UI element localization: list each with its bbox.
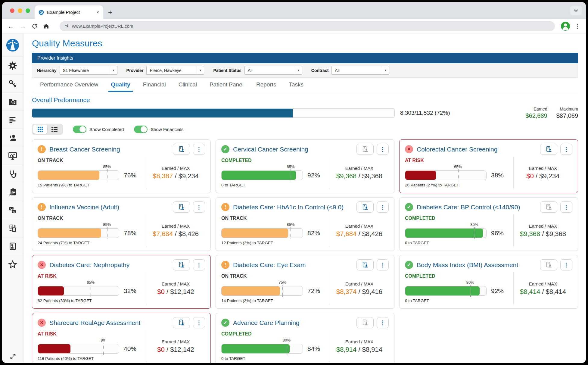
browser-toolbar: ← → www.ExampleProjectURL.com ⋮ xyxy=(2,19,586,33)
profile-avatar[interactable] xyxy=(561,22,570,31)
tab-quality[interactable]: Quality xyxy=(108,78,132,92)
sidebar-item-reports-list[interactable] xyxy=(2,111,23,129)
patient-list-button[interactable] xyxy=(540,144,557,155)
home-icon[interactable] xyxy=(43,23,49,29)
overall-performance-title: Overall Preformance xyxy=(32,96,578,104)
patient-list-icon xyxy=(362,204,369,211)
patient-list-button[interactable] xyxy=(173,259,190,270)
sidebar-item-clinical[interactable] xyxy=(2,165,23,183)
patient-list-button[interactable] xyxy=(540,259,557,270)
reload-icon[interactable] xyxy=(32,23,38,29)
card-menu-button[interactable]: ⋮ xyxy=(193,201,205,213)
sidebar-item-reports[interactable] xyxy=(2,237,23,255)
card-menu-button[interactable]: ⋮ xyxy=(377,144,389,155)
measure-card: ! Diabetes Care: HbA1c In Control (<9.0)… xyxy=(216,197,394,251)
patients-to-target: 0 to TARGET xyxy=(405,298,508,303)
target-marker-line xyxy=(103,343,104,355)
target-marker-line xyxy=(107,227,107,239)
card-menu-button[interactable]: ⋮ xyxy=(377,317,389,328)
close-window-button[interactable] xyxy=(10,8,14,13)
sidebar-item-access[interactable] xyxy=(2,74,23,92)
kebab-menu-icon: ⋮ xyxy=(564,146,569,153)
measure-title: Diabetes Care: HbA1c In Control (<9.0) xyxy=(233,204,344,211)
patient-list-icon xyxy=(545,261,552,268)
patient-status-select[interactable]: All ▾ xyxy=(244,66,302,75)
chevron-down-icon: ▾ xyxy=(295,66,302,74)
earned-max-values: $9,368 / $9,368 xyxy=(520,230,566,238)
measure-progress-bar xyxy=(221,286,303,296)
tab-search-button[interactable] xyxy=(570,6,582,15)
close-tab-icon[interactable]: × xyxy=(96,10,100,15)
patients-to-target: 14 Patients (3%) to TARGET xyxy=(221,298,324,303)
patient-list-button[interactable] xyxy=(173,201,190,213)
sidebar-item-qa[interactable]: QA xyxy=(2,201,23,219)
measure-card: ! Diabetes Care: Eye Exam ⋮ ON TRACK 75% xyxy=(216,255,394,309)
tab-performance-overview[interactable]: Performance Overview xyxy=(38,78,101,92)
provider-select[interactable]: Pierce, Hawkeye ▾ xyxy=(146,66,204,75)
card-menu-button[interactable]: ⋮ xyxy=(560,259,572,270)
url-text[interactable]: www.ExampleProjectURL.com xyxy=(72,23,133,29)
sidebar-item-favorites[interactable] xyxy=(2,255,23,273)
card-menu-button[interactable]: ⋮ xyxy=(377,259,389,270)
patient-list-button[interactable] xyxy=(173,317,190,328)
patient-status-label: Patient Status xyxy=(213,68,241,73)
chevron-down-icon: ▾ xyxy=(110,66,117,74)
window-controls[interactable] xyxy=(10,8,30,13)
patient-list-button[interactable] xyxy=(356,144,374,155)
presentation-chart-icon xyxy=(8,151,17,161)
tab-patient-panel[interactable]: Patient Panel xyxy=(207,78,246,92)
card-menu-button[interactable]: ⋮ xyxy=(193,144,205,155)
sidebar-item-patient-profile[interactable] xyxy=(2,129,23,147)
measure-progress-bar xyxy=(405,170,487,180)
status-label: ON TRACK xyxy=(221,273,324,279)
contract-select[interactable]: All ▾ xyxy=(331,66,389,75)
collapse-sidebar-button[interactable] xyxy=(2,353,23,360)
back-icon[interactable]: ← xyxy=(8,22,14,30)
status-icon: × xyxy=(38,261,46,269)
sidebar-item-settings[interactable] xyxy=(2,56,23,74)
chevron-down-icon: ▾ xyxy=(197,66,204,74)
patient-list-button[interactable] xyxy=(356,259,374,270)
patient-list-button[interactable] xyxy=(356,317,374,328)
measure-title: Diabetes Care: BP Control (<140/90) xyxy=(417,204,520,211)
provider-insights-banner: Provider Insights xyxy=(32,53,578,63)
target-label: 80% xyxy=(283,338,291,342)
maximize-window-button[interactable] xyxy=(26,8,30,13)
patients-to-target: 0 to TARGET xyxy=(221,356,324,361)
show-financials-label: Show Financials xyxy=(151,127,183,132)
sidebar-item-assessments[interactable] xyxy=(2,183,23,201)
sidebar-item-data-exchange[interactable] xyxy=(2,219,23,237)
earned-max-values: $9,368 / $9,368 xyxy=(336,172,382,180)
patient-list-button[interactable] xyxy=(173,144,190,155)
minimize-window-button[interactable] xyxy=(18,8,22,13)
card-menu-button[interactable]: ⋮ xyxy=(377,201,389,213)
tab-financial[interactable]: Financial xyxy=(141,78,168,92)
browser-tab[interactable]: Example Project × xyxy=(35,5,103,19)
card-menu-button[interactable]: ⋮ xyxy=(193,317,205,328)
grid-view-button[interactable] xyxy=(33,125,47,134)
lighthouse-logo-icon[interactable] xyxy=(2,33,23,56)
patients-to-target: 15 Patients (9%) to TARGET xyxy=(38,183,141,187)
tab-reports[interactable]: Reports xyxy=(254,78,279,92)
card-menu-button[interactable]: ⋮ xyxy=(560,201,572,213)
target-label: 85% xyxy=(287,164,294,169)
tab-clinical[interactable]: Clinical xyxy=(176,78,199,92)
url-bar[interactable]: www.ExampleProjectURL.com xyxy=(60,21,555,31)
browser-menu-icon[interactable]: ⋮ xyxy=(575,23,580,30)
sidebar-item-chart-review[interactable] xyxy=(2,92,23,111)
patient-list-button[interactable] xyxy=(356,201,374,213)
measure-card: ! Breast Cancer Screening ⋮ ON TRACK 85% xyxy=(32,139,211,193)
hierarchy-select[interactable]: St. Elsewhere ▾ xyxy=(60,66,117,75)
show-completed-toggle[interactable] xyxy=(73,126,86,133)
card-menu-button[interactable]: ⋮ xyxy=(193,259,205,270)
kebab-menu-icon: ⋮ xyxy=(380,146,386,153)
kebab-menu-icon: ⋮ xyxy=(564,204,569,211)
patient-list-button[interactable] xyxy=(540,201,557,213)
tab-tasks[interactable]: Tasks xyxy=(287,78,306,92)
sidebar-item-dashboard[interactable] xyxy=(2,147,23,165)
list-view-button[interactable] xyxy=(47,125,61,134)
show-financials-toggle[interactable] xyxy=(134,126,148,133)
card-menu-button[interactable]: ⋮ xyxy=(560,144,572,155)
target-label: 80 xyxy=(101,338,105,342)
new-tab-button[interactable]: + xyxy=(108,9,112,16)
